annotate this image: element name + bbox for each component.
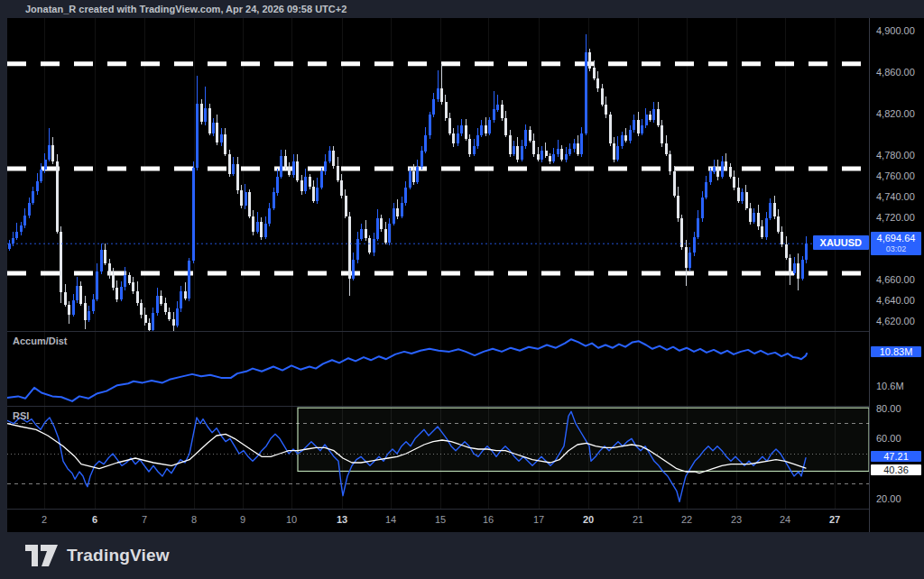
candle-body [148, 323, 151, 330]
candle-body [677, 196, 679, 218]
candle-body [200, 104, 203, 123]
candle-body [300, 180, 303, 192]
candle-body [765, 218, 768, 237]
candle-body [721, 161, 724, 177]
candle-body [773, 203, 776, 216]
main-price-panel[interactable]: XAUUSD [7, 18, 869, 332]
candle-body [365, 229, 367, 238]
candle-body [208, 108, 211, 133]
candle-body [108, 263, 111, 276]
candle-body [565, 154, 568, 160]
candle-body [296, 161, 299, 180]
candle-body [488, 120, 491, 133]
candle-body [236, 164, 239, 190]
candle-body [725, 161, 727, 167]
candle-body [801, 260, 804, 279]
candle-body [248, 192, 251, 216]
candle-body [120, 287, 123, 299]
time-axis-label: 22 [681, 514, 692, 525]
candle-body [56, 161, 59, 232]
candle-body [192, 168, 195, 261]
candle-body [273, 192, 275, 207]
candle-body [445, 102, 448, 117]
price-axis-label: 4,780.00 [876, 150, 915, 161]
current-price-badge: 4,694.64 03:02 [871, 232, 921, 255]
candle-body [356, 239, 359, 260]
candle-body [777, 216, 780, 232]
rsi-title: RSI [13, 410, 29, 421]
rsi-value-badge: 47.21 [871, 451, 921, 462]
time-axis[interactable]: 26789101314151617202122232427 [7, 510, 869, 532]
candle-body [741, 192, 744, 200]
accum-dist-panel[interactable]: Accum/Dist [7, 332, 869, 407]
candle-body [188, 261, 190, 298]
price-axis-label: 4,860.00 [876, 67, 915, 78]
candle-body [276, 177, 279, 192]
candle-body [180, 291, 182, 309]
chart-area: XAUUSD Accum/Dist RSI 267891013141516172… [7, 18, 924, 532]
candle-body [680, 218, 683, 247]
candle-body [693, 237, 696, 253]
candle-body [132, 282, 134, 290]
candle-body [352, 260, 355, 279]
candle-body [661, 125, 663, 144]
candle-body [360, 229, 363, 240]
candle-body [84, 303, 87, 319]
candle-body [645, 115, 648, 125]
candle-body [340, 180, 343, 196]
price-axis-label: 4,900.00 [876, 25, 915, 36]
candle-body [493, 109, 495, 119]
price-axis[interactable]: 4,694.64 03:02 10.83M 47.21 40.36 4,900.… [869, 18, 924, 532]
candle-body [404, 188, 407, 203]
candle-body [633, 120, 635, 131]
candle-body [216, 123, 218, 142]
candle-body [144, 315, 147, 323]
candle-body [412, 171, 415, 182]
candle-body [324, 161, 327, 172]
candle-body [669, 154, 671, 172]
candle-body [124, 275, 126, 287]
price-axis-label: 4,740.00 [876, 191, 915, 202]
time-axis-label: 15 [435, 514, 446, 525]
candle-body [280, 156, 282, 177]
candle-body [20, 225, 23, 232]
price-axis-label: 4,640.00 [876, 295, 915, 306]
candle-body [709, 171, 712, 182]
candle-body [460, 125, 463, 133]
footer-bar: TradingView [0, 532, 924, 579]
candle-body [605, 105, 607, 115]
candle-body [245, 192, 247, 206]
candle-body [529, 130, 531, 141]
candle-body [609, 115, 612, 143]
candle-body [557, 149, 559, 154]
candle-body [76, 286, 79, 300]
time-axis-label: 6 [92, 514, 97, 525]
main-price-chart [7, 18, 869, 331]
time-axis-label: 7 [142, 514, 147, 525]
candle-body [212, 123, 215, 133]
candle-body [409, 171, 411, 187]
candle-body [420, 151, 423, 166]
candle-body [401, 203, 403, 216]
rsi-ma-value-badge: 40.36 [871, 464, 921, 475]
time-axis-label: 14 [385, 514, 396, 525]
candle-body [68, 305, 70, 316]
candle-body [104, 250, 106, 263]
candle-body [416, 167, 419, 182]
candle-body [345, 196, 347, 216]
candle-body [312, 187, 315, 201]
candle-body [601, 88, 604, 104]
candle-body [560, 149, 563, 160]
candle-body [429, 115, 431, 135]
candle-body [504, 118, 507, 136]
candle-body [396, 208, 399, 216]
candle-body [252, 216, 254, 232]
tradingview-logo[interactable]: TradingView [25, 545, 170, 566]
candle-body [328, 151, 331, 161]
candle-body [64, 292, 67, 305]
candle-body [701, 198, 704, 218]
rsi-panel[interactable]: RSI [7, 407, 869, 510]
candle-body [140, 303, 143, 315]
candle-body [657, 109, 660, 124]
candle-body [164, 303, 167, 311]
